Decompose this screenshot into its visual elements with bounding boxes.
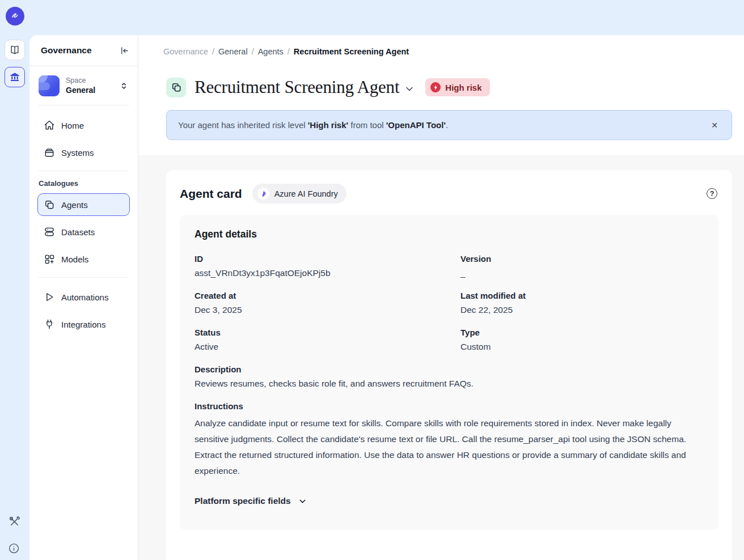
platform-badge-label: Azure AI Foundry <box>274 189 338 198</box>
chevrons-up-down-icon <box>119 81 129 91</box>
collapse-icon <box>119 45 130 56</box>
governance-button[interactable] <box>5 67 25 87</box>
breadcrumb-separator: / <box>252 47 254 56</box>
sidebar-item-models[interactable]: Models <box>37 248 130 270</box>
field-value: Active <box>195 342 438 352</box>
agent-card-title: Agent card <box>180 187 242 201</box>
instructions-text: Analyze candidate input or resume text f… <box>195 415 704 479</box>
sidebar-header: Governance <box>29 35 138 66</box>
breadcrumb-agents[interactable]: Agents <box>258 47 284 56</box>
docs-button[interactable] <box>5 40 25 60</box>
help-icon[interactable]: ? <box>707 188 717 199</box>
sidebar-item-label: Agents <box>61 200 88 210</box>
systems-icon <box>44 147 55 158</box>
field-status: Status Active <box>195 328 438 352</box>
field-instructions: Instructions Analyze candidate input or … <box>195 401 704 479</box>
alert-text: . <box>446 120 448 130</box>
agents-icon <box>44 199 55 210</box>
field-label: Instructions <box>195 401 704 411</box>
sidebar-item-label: Integrations <box>61 320 105 329</box>
field-value: Dec 22, 2025 <box>460 305 704 315</box>
agent-details-title: Agent details <box>195 228 704 240</box>
divider <box>39 171 129 171</box>
alert-risk-level: 'High risk' <box>308 120 348 130</box>
description-text: Reviews resumes, checks basic role fit, … <box>195 379 704 389</box>
field-label: Type <box>460 328 704 337</box>
info-button[interactable] <box>8 542 20 554</box>
models-icon <box>44 253 55 265</box>
agents-icon <box>171 82 182 93</box>
breadcrumb-separator: / <box>212 47 214 56</box>
field-description: Description Reviews resumes, checks basi… <box>195 364 704 389</box>
agent-card: Agent card Azure AI <box>166 170 732 560</box>
sidebar-item-label: Datasets <box>61 227 95 237</box>
sidebar-item-integrations[interactable]: Integrations <box>37 313 130 336</box>
main-content: Governance / General / Agents / Recruitm… <box>138 35 744 560</box>
field-value: Dec 3, 2025 <box>195 305 438 315</box>
field-last-modified-at: Last modified at Dec 22, 2025 <box>460 291 704 315</box>
sidebar-item-systems[interactable]: Systems <box>37 141 130 164</box>
icon-rail <box>0 35 29 560</box>
page-header: Recruitment Screening Agent High risk <box>138 68 744 97</box>
alert-tool-name: 'OpenAPI Tool' <box>386 120 446 130</box>
sidebar-item-label: Home <box>61 121 84 130</box>
platform-badge: Azure AI Foundry <box>252 184 346 203</box>
sidebar: Governance Space General <box>29 35 138 560</box>
space-selector[interactable]: Space General <box>39 75 129 96</box>
book-icon <box>9 44 20 56</box>
field-created-at: Created at Dec 3, 2025 <box>195 291 438 315</box>
sidebar-item-label: Systems <box>61 148 94 158</box>
risk-bolt-icon <box>430 82 441 92</box>
field-value: Custom <box>460 342 704 352</box>
agent-type-chip <box>166 78 186 97</box>
divider <box>39 105 129 105</box>
bank-icon <box>9 71 20 83</box>
field-label: Version <box>460 254 704 264</box>
alert-close-icon[interactable]: ✕ <box>709 121 720 130</box>
sidebar-item-label: Models <box>61 254 88 264</box>
alert-text: Your agent has inherited risk level <box>178 120 308 130</box>
admin-tools-button[interactable] <box>8 515 21 528</box>
sidebar-item-home[interactable]: Home <box>37 114 130 137</box>
field-id: ID asst_VRnDt3yx1p3FqatOEjoKPj5b <box>195 254 438 278</box>
risk-badge[interactable]: High risk <box>425 78 489 96</box>
risk-badge-label: High risk <box>445 83 481 92</box>
breadcrumb-separator: / <box>288 47 290 56</box>
page-title: Recruitment Screening Agent <box>195 77 399 97</box>
field-type: Type Custom <box>460 328 704 352</box>
sidebar-item-agents[interactable]: Agents <box>37 193 130 216</box>
field-label: Description <box>195 364 704 374</box>
breadcrumb-governance[interactable]: Governance <box>163 47 208 56</box>
breadcrumb: Governance / General / Agents / Recruitm… <box>138 35 744 68</box>
alert-text: from tool <box>348 120 386 130</box>
logo-icon <box>10 11 20 22</box>
field-value: _ <box>460 268 704 278</box>
platform-specific-fields-label: Platform specific fields <box>195 496 291 506</box>
agent-details-panel: Agent details ID asst_VRnDt3yx1p3FqatOEj… <box>180 215 718 530</box>
platform-specific-fields-toggle[interactable]: Platform specific fields <box>195 496 704 506</box>
space-avatar <box>39 75 60 96</box>
field-value: asst_VRnDt3yx1p3FqatOEjoKPj5b <box>195 268 438 278</box>
info-icon <box>8 542 20 554</box>
breadcrumb-current: Recruitment Screening Agent <box>294 47 409 56</box>
title-dropdown-chevron-icon[interactable] <box>404 83 415 95</box>
catalogues-section-label: Catalogues <box>39 179 129 188</box>
field-label: ID <box>195 254 438 264</box>
divider <box>39 277 129 278</box>
space-kicker: Space <box>66 76 113 86</box>
space-name: General <box>66 85 113 96</box>
sidebar-item-datasets[interactable]: Datasets <box>37 220 130 243</box>
app-logo[interactable] <box>6 7 24 26</box>
sidebar-item-label: Automations <box>61 292 108 302</box>
integrations-icon <box>44 319 55 330</box>
content-section: Agent card Azure AI <box>138 155 744 560</box>
breadcrumb-general[interactable]: General <box>218 47 248 56</box>
automations-icon <box>44 291 55 303</box>
sidebar-item-automations[interactable]: Automations <box>37 286 130 308</box>
field-label: Last modified at <box>460 291 704 300</box>
azure-ai-foundry-icon <box>257 188 269 200</box>
chevron-down-icon <box>298 497 307 506</box>
field-label: Status <box>195 328 438 337</box>
sidebar-title: Governance <box>41 45 92 56</box>
sidebar-collapse-button[interactable] <box>119 45 130 56</box>
